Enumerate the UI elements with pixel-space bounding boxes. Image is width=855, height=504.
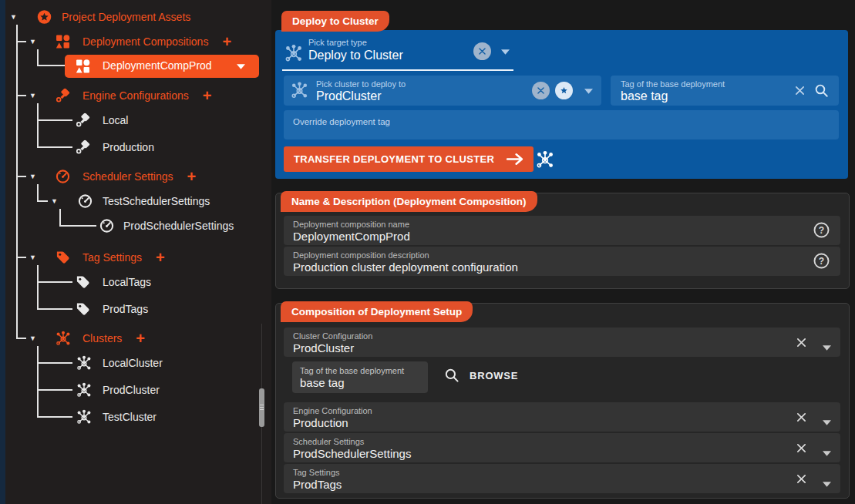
tree-item-engine-configurations[interactable]: ▼ Engine Configurations + (0, 86, 270, 106)
composition-base-tag-label: Tag of the base deployment (300, 366, 404, 375)
clear-tag-settings-icon[interactable] (795, 472, 808, 486)
tree-item-prodschedulersettings[interactable]: ProdSchedulerSettings (0, 216, 270, 236)
composition-description-field[interactable]: Deployment composition description Produ… (284, 247, 840, 276)
cluster-configuration-select[interactable]: Cluster Configuration ProdCluster (284, 328, 840, 357)
tree-connector (37, 65, 65, 66)
composition-description-label: Deployment composition description (293, 250, 429, 260)
composition-name-field[interactable]: Deployment composition name DeploymentCo… (284, 216, 840, 245)
scheduler-settings-select[interactable]: Scheduler Settings ProdSchedulerSettings (284, 433, 840, 462)
tree-item-prodtags[interactable]: ProdTags (0, 299, 270, 319)
clear-base-tag-icon[interactable] (793, 84, 806, 97)
tag-settings-value: ProdTags (293, 478, 342, 491)
expander-icon[interactable]: ▼ (10, 14, 17, 21)
tree-item-production[interactable]: Production (0, 137, 270, 157)
add-tag-settings-button[interactable]: + (156, 250, 165, 265)
search-icon[interactable] (814, 83, 829, 98)
expander-icon[interactable]: ▼ (29, 173, 36, 180)
tree-item-label: ProdSchedulerSettings (123, 220, 234, 232)
tree-item-deployment-compositions[interactable]: ▼ Deployment Compositions + (0, 32, 270, 52)
tree-item-localtags[interactable]: LocalTags (0, 272, 270, 292)
sidebar-scrollbar-thumb[interactable] (259, 388, 264, 427)
tree-item-scheduler-settings[interactable]: ▼ Scheduler Settings + (0, 166, 270, 186)
tree-item-prodcluster[interactable]: ProdCluster (0, 380, 270, 400)
question-circle-icon[interactable] (813, 222, 830, 238)
expander-icon[interactable]: ▼ (29, 39, 36, 45)
name-description-panel-tab: Name & Description (Deployment Compositi… (281, 191, 537, 212)
chevron-down-icon[interactable] (237, 64, 245, 69)
expander-icon[interactable]: ▼ (51, 198, 58, 205)
tree-item-testschedulersettings[interactable]: ▼ TestSchedulerSettings (0, 191, 270, 211)
cluster-configuration-label: Cluster Configuration (293, 331, 372, 341)
chevron-down-icon[interactable] (823, 415, 831, 420)
transfer-deployment-button[interactable]: TRANSFER DEPLOYMENT TO CLUSTER (284, 146, 534, 172)
question-circle-icon[interactable] (813, 253, 830, 269)
tag-settings-select[interactable]: Tag Settings ProdTags (284, 464, 840, 493)
star-circle-icon (37, 10, 52, 25)
engine-icon (76, 140, 90, 155)
tree-item-tag-settings[interactable]: ▼ Tag Settings + (0, 247, 270, 267)
tree-item-label: Local (103, 114, 128, 126)
scheduler-icon (56, 170, 70, 184)
cluster-hub-icon (284, 43, 304, 63)
cluster-hub-icon (535, 150, 555, 170)
expander-icon[interactable]: ▼ (29, 92, 36, 99)
tree-connector (37, 49, 39, 66)
add-composition-button[interactable]: + (222, 34, 231, 49)
tree-item-testcluster[interactable]: TestCluster (0, 407, 270, 427)
tree-item-label: Scheduler Settings (82, 170, 173, 183)
composition-panel: Cluster Configuration ProdCluster Tag of… (275, 303, 850, 499)
clear-cluster-button[interactable] (532, 82, 550, 99)
add-engine-configuration-button[interactable]: + (203, 88, 212, 103)
cluster-select[interactable]: Pick cluster to deploy to ProdCluster (284, 76, 601, 106)
star-circle-button-icon[interactable] (555, 82, 573, 99)
tree-item-project-deployment-assets[interactable]: ▼ Project Deployment Assets (0, 7, 270, 27)
clear-engine-configuration-icon[interactable] (795, 411, 808, 424)
browse-button[interactable]: BROWSE (444, 368, 518, 383)
tag-icon (76, 275, 90, 290)
base-tag-value: base tag (621, 89, 668, 103)
cluster-hub-icon (290, 81, 309, 100)
tag-icon (76, 302, 90, 317)
base-tag-input[interactable]: Tag of the base deployment base tag (611, 76, 839, 106)
chevron-down-icon[interactable] (584, 89, 593, 94)
deploy-to-cluster-panel: Pick target type Deploy to Cluster Pick … (275, 30, 848, 179)
expander-icon[interactable]: ▼ (29, 254, 36, 261)
chevron-down-icon[interactable] (823, 340, 831, 345)
tree-item-label: Project Deployment Assets (62, 11, 190, 23)
engine-icon (76, 113, 90, 128)
base-tag-label: Tag of the base deployment (621, 79, 725, 89)
tree-item-label: LocalCluster (103, 357, 163, 369)
expander-icon[interactable]: ▼ (29, 335, 36, 342)
engine-configuration-select[interactable]: Engine Configuration Production (284, 402, 840, 432)
scheduler-icon (99, 219, 114, 234)
compositions-icon (76, 59, 90, 74)
tree-item-localcluster[interactable]: LocalCluster (0, 353, 270, 373)
override-tag-label: Override deployment tag (293, 117, 390, 126)
composition-name-value: DeploymentCompProd (293, 230, 410, 243)
clear-cluster-configuration-icon[interactable] (795, 336, 808, 349)
add-cluster-button[interactable]: + (136, 331, 145, 346)
add-scheduler-settings-button[interactable]: + (187, 169, 197, 184)
target-type-select[interactable]: Pick target type Deploy to Cluster (282, 35, 513, 71)
chevron-down-icon[interactable] (823, 476, 831, 482)
tree-item-label: LocalTags (103, 276, 151, 288)
tree-item-label: ProdTags (103, 303, 148, 315)
engine-configuration-label: Engine Configuration (293, 406, 372, 415)
chevron-down-icon[interactable] (823, 445, 831, 451)
tree-item-clusters[interactable]: ▼ Clusters + (0, 328, 270, 348)
composition-panel-tab: Composition of Deployment Setup (281, 301, 473, 322)
chevron-down-icon[interactable] (501, 49, 510, 55)
override-deployment-tag-input[interactable]: Override deployment tag (284, 110, 839, 139)
transfer-button-label: TRANSFER DEPLOYMENT TO CLUSTER (294, 153, 494, 165)
arrow-right-icon (506, 153, 523, 166)
deploy-panel-tab: Deploy to Cluster (281, 11, 389, 32)
tag-settings-label: Tag Settings (293, 468, 340, 477)
composition-base-tag-value: base tag (300, 376, 345, 389)
browse-button-label: BROWSE (470, 370, 518, 381)
composition-base-tag-input[interactable]: Tag of the base deployment base tag (292, 361, 428, 393)
clear-scheduler-settings-icon[interactable] (795, 442, 808, 455)
tree-item-deploymentcompprod-selected[interactable]: DeploymentCompProd (65, 55, 259, 78)
tree-item-local[interactable]: Local (0, 110, 270, 130)
cluster-configuration-value: ProdCluster (293, 341, 354, 354)
clear-target-type-button[interactable] (473, 42, 491, 60)
